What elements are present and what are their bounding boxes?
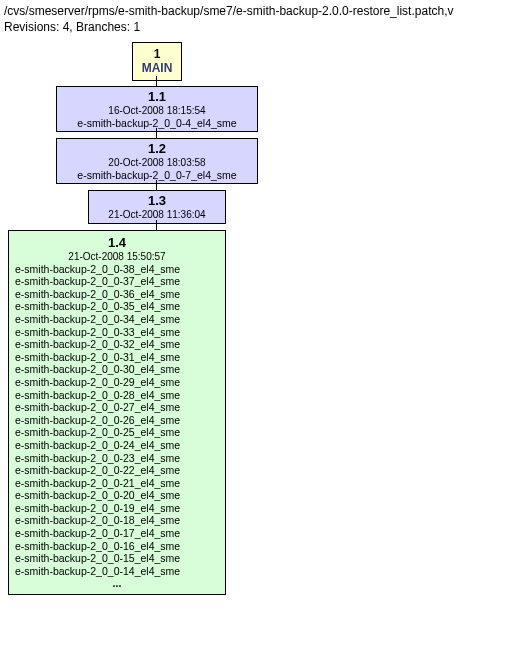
revision-node-1-4[interactable]: 1.4 21-Oct-2008 15:50:57 e-smith-backup-… xyxy=(8,230,226,595)
revision-tag: e-smith-backup-2_0_0-25_el4_sme xyxy=(15,426,219,439)
ellipsis: ... xyxy=(15,577,219,590)
revision-date: 16-Oct-2008 18:15:54 xyxy=(61,105,253,117)
revision-tag: e-smith-backup-2_0_0-21_el4_sme xyxy=(15,477,219,490)
edge xyxy=(156,220,157,230)
revision-node-1-3[interactable]: 1.3 21-Oct-2008 11:36:04 xyxy=(88,190,226,224)
revision-tag: e-smith-backup-2_0_0-32_el4_sme xyxy=(15,338,219,351)
revision-number: 1.1 xyxy=(61,89,253,105)
revision-date: 21-Oct-2008 15:50:57 xyxy=(15,251,219,263)
revision-tag: e-smith-backup-2_0_0-36_el4_sme xyxy=(15,288,219,301)
revision-tag: e-smith-backup-2_0_0-29_el4_sme xyxy=(15,376,219,389)
revision-tag: e-smith-backup-2_0_0-4_el4_sme xyxy=(61,117,253,130)
revision-tag: e-smith-backup-2_0_0-7_el4_sme xyxy=(61,169,253,182)
revision-tag: e-smith-backup-2_0_0-27_el4_sme xyxy=(15,401,219,414)
revision-tag: e-smith-backup-2_0_0-38_el4_sme xyxy=(15,263,219,276)
revision-tag: e-smith-backup-2_0_0-20_el4_sme xyxy=(15,489,219,502)
revision-node-1-2[interactable]: 1.2 20-Oct-2008 18:03:58 e-smith-backup-… xyxy=(56,138,258,184)
revision-tag: e-smith-backup-2_0_0-26_el4_sme xyxy=(15,414,219,427)
branch-number: 1 xyxy=(141,47,173,61)
revision-date: 20-Oct-2008 18:03:58 xyxy=(61,157,253,169)
revision-tag: e-smith-backup-2_0_0-34_el4_sme xyxy=(15,313,219,326)
revision-tag: e-smith-backup-2_0_0-23_el4_sme xyxy=(15,452,219,465)
revision-tag: e-smith-backup-2_0_0-37_el4_sme xyxy=(15,275,219,288)
revision-tag: e-smith-backup-2_0_0-33_el4_sme xyxy=(15,326,219,339)
edge xyxy=(156,128,157,138)
revision-tag: e-smith-backup-2_0_0-16_el4_sme xyxy=(15,540,219,553)
revision-tag: e-smith-backup-2_0_0-14_el4_sme xyxy=(15,565,219,578)
revision-number: 1.4 xyxy=(15,235,219,251)
revision-diagram: 1 MAIN 1.1 16-Oct-2008 18:15:54 e-smith-… xyxy=(4,42,506,632)
revision-number: 1.3 xyxy=(93,193,221,209)
branch-label: MAIN xyxy=(141,61,173,75)
edge xyxy=(156,180,157,190)
revision-tag: e-smith-backup-2_0_0-15_el4_sme xyxy=(15,552,219,565)
revision-tag: e-smith-backup-2_0_0-17_el4_sme xyxy=(15,527,219,540)
revision-tag: e-smith-backup-2_0_0-30_el4_sme xyxy=(15,363,219,376)
revision-tag: e-smith-backup-2_0_0-24_el4_sme xyxy=(15,439,219,452)
revision-tag: e-smith-backup-2_0_0-19_el4_sme xyxy=(15,502,219,515)
revision-date: 21-Oct-2008 11:36:04 xyxy=(93,209,221,221)
repo-path: /cvs/smeserver/rpms/e-smith-backup/sme7/… xyxy=(4,4,506,18)
revision-tag: e-smith-backup-2_0_0-18_el4_sme xyxy=(15,514,219,527)
revision-tag: e-smith-backup-2_0_0-35_el4_sme xyxy=(15,300,219,313)
revision-node-1-1[interactable]: 1.1 16-Oct-2008 18:15:54 e-smith-backup-… xyxy=(56,86,258,132)
revision-tag: e-smith-backup-2_0_0-28_el4_sme xyxy=(15,389,219,402)
revision-tag: e-smith-backup-2_0_0-22_el4_sme xyxy=(15,464,219,477)
revision-tag: e-smith-backup-2_0_0-31_el4_sme xyxy=(15,351,219,364)
branch-node-main[interactable]: 1 MAIN xyxy=(132,42,182,81)
edge xyxy=(156,76,157,86)
repo-meta: Revisions: 4, Branches: 1 xyxy=(4,20,506,34)
revision-number: 1.2 xyxy=(61,141,253,157)
